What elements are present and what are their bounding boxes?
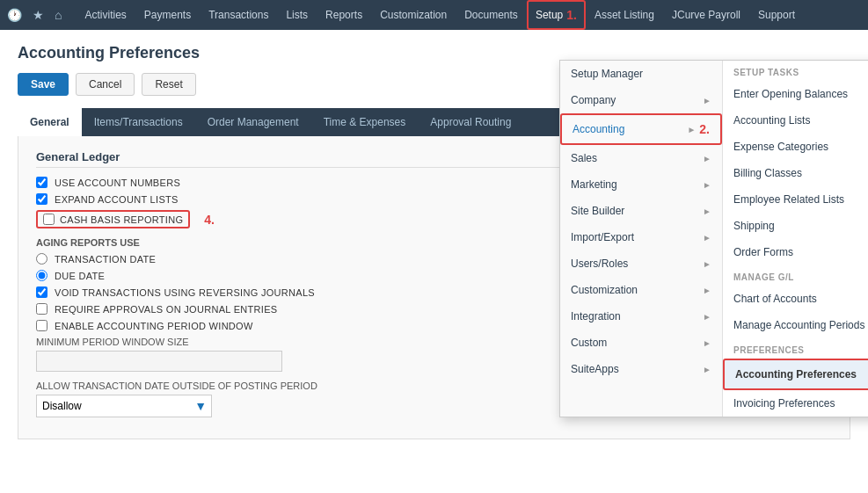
transaction-date-radio[interactable] bbox=[36, 253, 47, 265]
dropdown-users-roles[interactable]: Users/Roles ► bbox=[560, 250, 722, 277]
tab-order-management[interactable]: Order Management bbox=[195, 108, 311, 136]
accounting-annotation: 2. bbox=[699, 122, 710, 136]
nav-icon-group: 🕐 ★ ⌂ bbox=[7, 8, 62, 22]
dropdown-custom[interactable]: Custom ► bbox=[560, 330, 722, 356]
enable-accounting-period-checkbox[interactable] bbox=[36, 320, 47, 331]
dropdown-right-column: SETUP TASKS Enter Opening Balances Accou… bbox=[723, 61, 868, 417]
tab-approval-routing[interactable]: Approval Routing bbox=[418, 108, 523, 136]
chevron-right-icon: ► bbox=[703, 312, 711, 322]
tab-items-transactions[interactable]: Items/Transactions bbox=[82, 108, 195, 136]
dropdown-accounting[interactable]: Accounting ► 2. bbox=[560, 113, 722, 145]
dropdown-company[interactable]: Company ► bbox=[560, 87, 722, 113]
nav-transactions[interactable]: Transactions bbox=[200, 0, 277, 30]
dropdown-shipping[interactable]: Shipping bbox=[723, 213, 868, 239]
cash-basis-highlight-box: CASH BASIS REPORTING bbox=[36, 210, 190, 228]
dropdown-chart-of-accounts[interactable]: Chart of Accounts ► bbox=[723, 286, 868, 312]
cancel-button[interactable]: Cancel bbox=[76, 73, 135, 96]
tab-time-expenses[interactable]: Time & Expenses bbox=[311, 108, 419, 136]
nav-jcurve-payroll[interactable]: JCurve Payroll bbox=[663, 0, 749, 30]
nav-links-group: Activities Payments Transactions Lists R… bbox=[76, 0, 804, 30]
dropdown-suiteapps[interactable]: SuiteApps ► bbox=[560, 356, 722, 382]
nav-activities[interactable]: Activities bbox=[76, 0, 135, 30]
chevron-right-icon: ► bbox=[703, 286, 711, 295]
dropdown-accounting-lists[interactable]: Accounting Lists ► bbox=[723, 107, 868, 134]
dropdown-expense-categories[interactable]: Expense Categories ► bbox=[723, 134, 868, 160]
dropdown-setup-manager[interactable]: Setup Manager bbox=[560, 61, 722, 87]
dropdown-employee-related-lists[interactable]: Employee Related Lists ► bbox=[723, 186, 868, 213]
setup-tasks-header: SETUP TASKS bbox=[723, 61, 868, 81]
nav-lists[interactable]: Lists bbox=[277, 0, 317, 30]
setup-dropdown: Setup Manager Company ► Accounting ► 2. … bbox=[559, 60, 868, 417]
cash-basis-annotation: 4. bbox=[204, 213, 215, 227]
transaction-date-label: TRANSACTION DATE bbox=[55, 254, 156, 265]
use-account-numbers-label: USE ACCOUNT NUMBERS bbox=[55, 178, 180, 188]
cash-basis-reporting-label: CASH BASIS REPORTING bbox=[60, 214, 183, 225]
dropdown-customization[interactable]: Customization ► bbox=[560, 277, 722, 303]
chevron-right-icon: ► bbox=[703, 207, 711, 216]
chevron-right-icon: ► bbox=[703, 233, 711, 243]
due-date-label: DUE DATE bbox=[55, 271, 105, 281]
dropdown-import-export[interactable]: Import/Export ► bbox=[560, 224, 722, 250]
dropdown-integration[interactable]: Integration ► bbox=[560, 303, 722, 330]
dropdown-site-builder[interactable]: Site Builder ► bbox=[560, 198, 722, 224]
chevron-right-icon: ► bbox=[703, 365, 711, 374]
cash-basis-reporting-checkbox[interactable] bbox=[43, 214, 55, 225]
require-approvals-label: REQUIRE APPROVALS ON JOURNAL ENTRIES bbox=[55, 304, 277, 315]
nav-reports[interactable]: Reports bbox=[317, 0, 371, 30]
tab-general[interactable]: General bbox=[18, 108, 82, 136]
chevron-right-icon: ► bbox=[703, 154, 711, 163]
void-transactions-checkbox[interactable] bbox=[36, 286, 47, 298]
dropdown-invoicing-preferences[interactable]: Invoicing Preferences bbox=[723, 390, 868, 417]
require-approvals-checkbox[interactable] bbox=[36, 303, 47, 315]
dropdown-marketing[interactable]: Marketing ► bbox=[560, 171, 722, 198]
manage-gl-header: MANAGE G/L bbox=[723, 265, 868, 286]
save-button[interactable]: Save bbox=[18, 73, 69, 96]
expand-account-lists-checkbox[interactable] bbox=[36, 193, 47, 205]
enable-accounting-period-label: ENABLE ACCOUNTING PERIOD WINDOW bbox=[55, 321, 253, 331]
chevron-right-icon: ► bbox=[703, 338, 711, 348]
reset-button[interactable]: Reset bbox=[142, 73, 195, 96]
void-transactions-label: VOID TRANSACTIONS USING REVERSING JOURNA… bbox=[55, 287, 315, 298]
chevron-right-icon: ► bbox=[703, 96, 711, 105]
nav-asset-listing[interactable]: Asset Listing bbox=[586, 0, 663, 30]
chevron-right-icon: ► bbox=[703, 259, 711, 269]
dropdown-enter-opening-balances[interactable]: Enter Opening Balances bbox=[723, 81, 868, 107]
due-date-radio[interactable] bbox=[36, 270, 47, 281]
use-account-numbers-checkbox[interactable] bbox=[36, 177, 47, 188]
nav-customization[interactable]: Customization bbox=[371, 0, 456, 30]
nav-setup[interactable]: Setup 1. bbox=[527, 0, 586, 30]
chevron-right-icon: ► bbox=[703, 180, 711, 190]
home-icon[interactable]: ⌂ bbox=[55, 8, 62, 22]
nav-support[interactable]: Support bbox=[749, 0, 804, 30]
preferences-header: PREFERENCES bbox=[723, 338, 868, 359]
disallow-select-wrapper: Disallow ▼ bbox=[36, 395, 212, 417]
dropdown-billing-classes[interactable]: Billing Classes ► bbox=[723, 160, 868, 186]
setup-annotation: 1. bbox=[566, 8, 577, 22]
min-period-window-input[interactable] bbox=[36, 351, 282, 372]
expand-account-lists-label: EXPAND ACCOUNT LISTS bbox=[55, 194, 179, 205]
dropdown-left-column: Setup Manager Company ► Accounting ► 2. … bbox=[560, 61, 723, 417]
chevron-right-icon: ► bbox=[687, 125, 696, 134]
dropdown-accounting-preferences[interactable]: Accounting Preferences 3. bbox=[723, 359, 868, 390]
top-navigation: 🕐 ★ ⌂ Activities Payments Transactions L… bbox=[0, 0, 868, 30]
nav-documents[interactable]: Documents bbox=[456, 0, 527, 30]
dropdown-order-forms[interactable]: Order Forms bbox=[723, 239, 868, 265]
dropdown-sales[interactable]: Sales ► bbox=[560, 145, 722, 171]
star-icon[interactable]: ★ bbox=[33, 8, 44, 22]
nav-payments[interactable]: Payments bbox=[135, 0, 200, 30]
dropdown-manage-accounting-periods[interactable]: Manage Accounting Periods ► bbox=[723, 312, 868, 338]
allow-transaction-date-select[interactable]: Disallow bbox=[36, 395, 212, 417]
main-content-area: Accounting Preferences Save Cancel Reset… bbox=[0, 30, 868, 493]
history-icon[interactable]: 🕐 bbox=[7, 8, 22, 22]
